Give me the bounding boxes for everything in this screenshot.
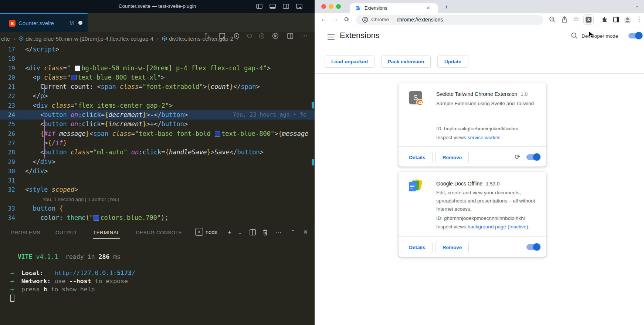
tab-close-icon[interactable]: ✕	[426, 5, 430, 10]
code-line[interactable]: 21 Current count: <span class="font-extr…	[0, 82, 315, 91]
extension-enabled-toggle[interactable]	[526, 154, 540, 160]
card-divider	[399, 236, 546, 237]
address-bar[interactable]: Chrome chrome://extensions	[356, 15, 543, 25]
line-number: 23	[0, 101, 25, 110]
macos-minimize-icon[interactable]	[329, 4, 333, 9]
maximize-panel-icon[interactable]: ⌃	[291, 229, 295, 235]
terminal-process-selector[interactable]: > node	[195, 228, 217, 236]
terminal-dropdown-icon[interactable]: ⌄	[238, 230, 242, 235]
breadcrumb-item[interactable]: elte	[1, 36, 10, 42]
vscode-titlebar: Counter.svelte — test-svelte-plugin	[0, 0, 315, 13]
code-line[interactable]: 18	[0, 54, 315, 63]
terminal-output[interactable]: VITE v4.1.1 ready in 286 ms→ Local: http…	[0, 253, 315, 294]
line-number: 30	[0, 167, 25, 176]
chrome-menu-icon[interactable]: ⋮	[636, 15, 643, 23]
code-line[interactable]: 20 <p class="text-blue-800 text-xl">	[0, 73, 315, 82]
code-line[interactable]: 19<div class=" bg-blue-50 min-w-[20rem] …	[0, 64, 315, 73]
load-unpacked-button[interactable]: Load unpacked	[325, 56, 374, 68]
details-button[interactable]: Details	[402, 242, 433, 253]
remove-button[interactable]: Remove	[435, 242, 469, 253]
breadcrumb-item[interactable]: div..bg-blue-50.min-w-[20rem].p-4.flex.f…	[18, 36, 153, 42]
service-worker-link[interactable]: service worker	[468, 135, 500, 140]
code-line[interactable]: 22 </p>	[0, 91, 315, 101]
panel-tab-output[interactable]: OUTPUT	[55, 230, 77, 235]
panel-tab-problems[interactable]: PROBLEMS	[11, 230, 40, 235]
forward-icon[interactable]: →	[332, 16, 339, 23]
code-line[interactable]: 29 </div>	[0, 157, 315, 167]
background-page-link[interactable]: background page (Inactive)	[468, 224, 528, 229]
blame-annotation-row[interactable]: You, 1 second ago | 1 author (You)	[0, 195, 315, 204]
tab-extensions[interactable]: Extensions ✕	[350, 3, 438, 13]
terminal-line: → press h to show help	[0, 285, 315, 294]
kill-terminal-icon[interactable]	[262, 229, 269, 236]
developer-mode-label: Developer mode	[582, 33, 618, 39]
extension-name: Svelete Tailwind Chrome Extension	[436, 91, 517, 97]
symbol-cube-icon	[18, 36, 24, 41]
color-swatch-icon	[94, 215, 99, 221]
close-panel-icon[interactable]: ✕	[303, 229, 308, 235]
code-line[interactable]: 26 {#if message}<span class="text-base f…	[0, 129, 315, 138]
breadcrumb-item[interactable]: div.flex.items-center.gap-2	[162, 36, 233, 42]
new-terminal-icon[interactable]: +	[228, 229, 231, 236]
code-line[interactable]: 17</script>	[0, 45, 315, 54]
extension-enabled-toggle[interactable]	[526, 244, 540, 250]
zoom-icon[interactable]	[549, 16, 556, 23]
code-line[interactable]: 24 <button on:click={decrement}>-</butto…	[0, 110, 315, 120]
panel-more-icon[interactable]: ⋯	[275, 229, 281, 237]
header-divider	[315, 73, 644, 74]
code-editor[interactable]: 17</script>1819<div class=" bg-blue-50 m…	[0, 45, 315, 225]
code-line[interactable]: 23 <div class="flex items-center gap-2">	[0, 101, 315, 110]
new-tab-icon[interactable]: +	[445, 3, 448, 11]
code-line[interactable]: 27 >{/if}	[0, 138, 315, 148]
code-line[interactable]: 30</div>	[0, 167, 315, 176]
terminal-process-label: node	[206, 229, 217, 235]
line-number: 31	[0, 176, 25, 185]
macos-close-icon[interactable]	[321, 4, 326, 9]
line-number: 26	[0, 129, 25, 138]
toggle-panel-icon[interactable]	[270, 4, 276, 9]
line-number: 25	[0, 120, 25, 129]
split-terminal-icon[interactable]	[249, 229, 256, 236]
remove-button[interactable]: Remove	[435, 152, 469, 163]
search-icon[interactable]	[571, 32, 578, 39]
details-button[interactable]: Details	[402, 152, 433, 163]
code-line[interactable]: 25 <button on:click={increment}>+</butto…	[0, 120, 315, 129]
pack-extension-button[interactable]: Pack extension	[381, 56, 431, 68]
inspect-views: Inspect views service worker	[436, 134, 539, 142]
customize-layout-icon[interactable]	[296, 4, 302, 9]
unsaved-dot-icon[interactable]	[78, 21, 82, 25]
reload-icon[interactable]: ⟳	[344, 16, 349, 23]
extensions-favicon-icon	[355, 5, 361, 11]
code-line[interactable]: 33 button {	[0, 204, 315, 213]
macos-zoom-icon[interactable]	[336, 4, 341, 9]
toggle-sidebar-icon[interactable]	[256, 4, 262, 9]
breadcrumb[interactable]: elte›div..bg-blue-50.min-w-[20rem].p-4.f…	[0, 32, 315, 45]
extension-description: Sample Extension using Svelte and Tailwi…	[436, 100, 539, 108]
line-number: 21	[0, 82, 25, 91]
tab-counter-svelte[interactable]: S Counter.svelte M	[0, 13, 88, 32]
reload-extension-icon[interactable]: ⟳	[515, 153, 520, 161]
update-button[interactable]: Update	[437, 56, 468, 68]
code-line[interactable]: 31	[0, 176, 315, 185]
developer-mode-toggle[interactable]	[628, 33, 642, 38]
toggle-secondary-sidebar-icon[interactable]	[283, 4, 289, 9]
svelte-extension-action-icon[interactable]: S	[583, 14, 594, 25]
bookmark-star-icon[interactable]: ☆	[573, 15, 580, 22]
panel-tab-terminal[interactable]: TERMINAL	[93, 230, 120, 239]
panel-tab-debug-console[interactable]: DEBUG CONSOLE	[136, 230, 182, 235]
share-icon[interactable]	[561, 16, 568, 23]
code-line[interactable]: 32<style scoped>	[0, 185, 315, 194]
back-icon[interactable]: ←	[321, 16, 327, 23]
menu-hamburger-icon[interactable]	[328, 34, 335, 40]
code-line[interactable]: 34 color: theme("colors.blue.700");	[0, 213, 315, 222]
code-line[interactable]: 28 <button class="ml-auto" on:click={han…	[0, 148, 315, 157]
side-panel-icon[interactable]	[613, 16, 620, 23]
chrome-tab-strip: Extensions ✕ + ⌄	[315, 0, 644, 13]
terminal-line: → Network: use --host to expose	[0, 277, 315, 285]
tab-search-icon[interactable]: ⌄	[635, 3, 639, 9]
color-swatch-icon	[71, 75, 77, 80]
profile-avatar[interactable]	[624, 16, 631, 23]
color-swatch-icon	[75, 66, 80, 71]
extensions-puzzle-icon[interactable]	[601, 16, 608, 23]
url-text[interactable]: chrome://extensions	[397, 17, 443, 23]
